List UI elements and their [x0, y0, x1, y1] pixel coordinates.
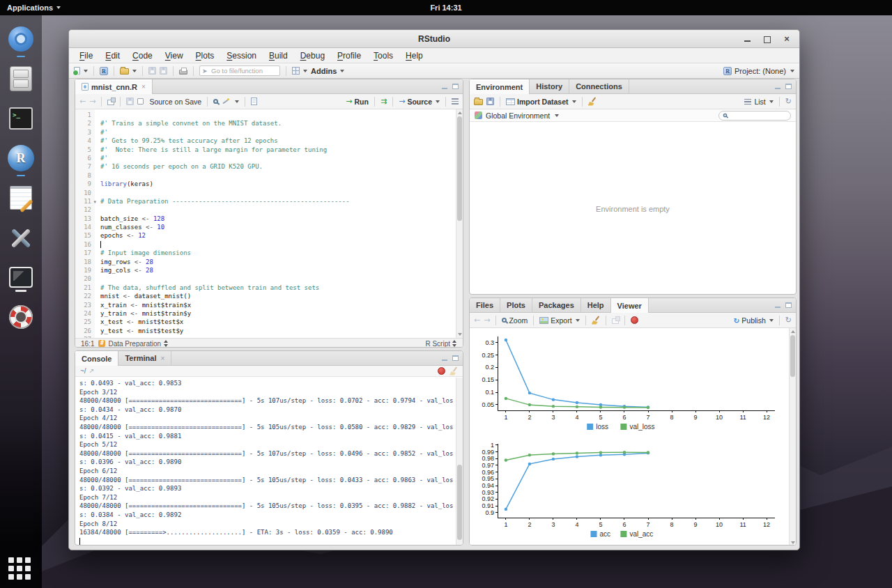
tab-environment[interactable]: Environment	[470, 79, 530, 94]
compile-report-icon[interactable]	[251, 98, 257, 105]
code-tools-icon[interactable]	[222, 98, 230, 106]
file-type-selector[interactable]: R Script	[425, 340, 457, 348]
stop-icon[interactable]	[631, 316, 638, 324]
list-view-button[interactable]: List	[744, 98, 773, 106]
clear-console-icon[interactable]	[449, 367, 458, 376]
maximize-pane-icon[interactable]	[785, 302, 792, 308]
scroll-down-icon[interactable]	[458, 333, 462, 336]
source-on-save-checkbox[interactable]	[137, 98, 144, 105]
dock-chromium-icon[interactable]	[7, 25, 35, 53]
document-outline-icon[interactable]	[452, 98, 459, 105]
tab-files[interactable]: Files	[470, 298, 500, 312]
maximize-pane-icon[interactable]	[785, 84, 792, 89]
back-button[interactable]: ←	[79, 98, 86, 105]
console-scrollbar[interactable]	[456, 378, 463, 545]
save-button[interactable]	[148, 67, 156, 75]
close-tab-icon[interactable]: ×	[141, 83, 146, 91]
publish-button[interactable]: ↻Publish	[734, 316, 774, 325]
minimize-pane-icon[interactable]	[442, 84, 448, 90]
export-button[interactable]: Export	[539, 316, 579, 325]
rerun-icon[interactable]: ⇉	[380, 98, 387, 105]
menu-file[interactable]: File	[73, 49, 99, 62]
load-workspace-icon[interactable]	[474, 99, 483, 105]
tab-connections[interactable]: Connections	[569, 79, 629, 93]
menu-view[interactable]: View	[159, 49, 190, 62]
refresh-icon[interactable]: ↻	[785, 316, 792, 325]
tab-history[interactable]: History	[530, 79, 569, 93]
menu-debug[interactable]: Debug	[294, 49, 331, 62]
menu-plots[interactable]: Plots	[190, 49, 221, 62]
menu-code[interactable]: Code	[126, 49, 159, 62]
menu-edit[interactable]: Edit	[99, 49, 126, 62]
scroll-up-icon[interactable]	[791, 330, 795, 333]
dock-tools-icon[interactable]	[7, 224, 35, 252]
applications-menu[interactable]: Applications	[0, 0, 68, 15]
save-all-button[interactable]	[160, 67, 167, 75]
open-in-new-window-icon[interactable]	[107, 100, 114, 105]
menu-session[interactable]: Session	[220, 49, 263, 62]
scroll-thumb[interactable]	[457, 465, 462, 540]
close-tab-icon[interactable]: ×	[160, 355, 164, 362]
find-replace-icon[interactable]	[213, 99, 218, 104]
menu-build[interactable]: Build	[263, 49, 294, 62]
scroll-up-icon[interactable]	[458, 111, 462, 114]
zoom-button[interactable]: Zoom	[502, 316, 528, 325]
menu-tools[interactable]: Tools	[367, 49, 399, 62]
refresh-icon[interactable]: ↻	[785, 97, 792, 106]
stop-icon[interactable]	[438, 367, 445, 375]
clear-viewer-icon[interactable]	[592, 316, 600, 325]
tab-help[interactable]: Help	[581, 298, 611, 312]
minimize-pane-icon[interactable]	[775, 302, 781, 309]
print-button[interactable]	[179, 67, 187, 75]
addins-button[interactable]: Addins	[311, 67, 344, 75]
console-output[interactable]: s: 0.0493 - val_acc: 0.9853Epoch 3/12480…	[75, 377, 463, 546]
menu-profile[interactable]: Profile	[331, 49, 367, 62]
tab-terminal[interactable]: Terminal×	[118, 351, 171, 365]
viewer-scrollbar[interactable]	[789, 328, 796, 546]
project-selector[interactable]: Project: (None)	[723, 67, 794, 75]
source-button[interactable]: →Source	[399, 98, 440, 106]
save-icon[interactable]	[126, 98, 134, 105]
new-project-button[interactable]	[100, 67, 108, 75]
dock-help-icon[interactable]	[7, 303, 35, 331]
scroll-down-icon[interactable]	[791, 541, 795, 544]
code-editor[interactable]: 1234567891011▾12131415161718192021222324…	[75, 109, 463, 338]
import-dataset-button[interactable]: Import Dataset	[506, 98, 576, 106]
minimize-pane-icon[interactable]	[775, 84, 781, 90]
tab-console[interactable]: Console	[75, 351, 118, 366]
dock-display-icon[interactable]	[7, 263, 35, 291]
fold-icon[interactable]: ▾	[93, 198, 96, 206]
dock-text-editor-icon[interactable]	[7, 184, 35, 212]
section-navigator[interactable]: Data Preparation	[98, 340, 169, 348]
clear-environment-icon[interactable]	[588, 98, 597, 106]
environment-search-input[interactable]	[730, 112, 785, 119]
scroll-thumb[interactable]	[790, 335, 795, 377]
forward-button[interactable]: →	[89, 98, 95, 105]
dock-terminal-icon[interactable]: >_	[7, 105, 35, 132]
show-applications-button[interactable]	[8, 557, 33, 582]
minimize-button[interactable]	[744, 35, 752, 43]
new-file-button[interactable]	[74, 67, 88, 75]
open-file-button[interactable]	[120, 67, 137, 75]
close-button[interactable]: ×	[783, 35, 791, 43]
environment-scope[interactable]: Global Environment	[486, 111, 550, 120]
maximize-button[interactable]	[763, 35, 771, 43]
menu-help[interactable]: Help	[399, 49, 429, 62]
scroll-thumb[interactable]	[457, 116, 462, 221]
forward-button[interactable]: →	[484, 316, 490, 324]
pane-layout-button[interactable]	[292, 67, 307, 75]
run-button[interactable]: →Run	[346, 98, 369, 106]
editor-scrollbar[interactable]	[456, 109, 463, 338]
back-button[interactable]: ←	[474, 316, 480, 324]
tab-packages[interactable]: Packages	[532, 298, 581, 312]
maximize-pane-icon[interactable]	[452, 355, 459, 361]
maximize-pane-icon[interactable]	[452, 84, 459, 89]
save-workspace-icon[interactable]	[486, 98, 494, 105]
goto-directory-icon[interactable]: ↗	[89, 367, 95, 375]
dock-file-manager-icon[interactable]	[7, 65, 35, 93]
title-bar[interactable]: RStudio ×	[69, 30, 799, 48]
minimize-pane-icon[interactable]	[442, 355, 448, 362]
tab-viewer[interactable]: Viewer	[611, 298, 649, 313]
dock-rstudio-icon[interactable]: R	[7, 144, 35, 172]
tab-mnist-cnn[interactable]: mnist_cnn.R ×	[75, 79, 153, 94]
